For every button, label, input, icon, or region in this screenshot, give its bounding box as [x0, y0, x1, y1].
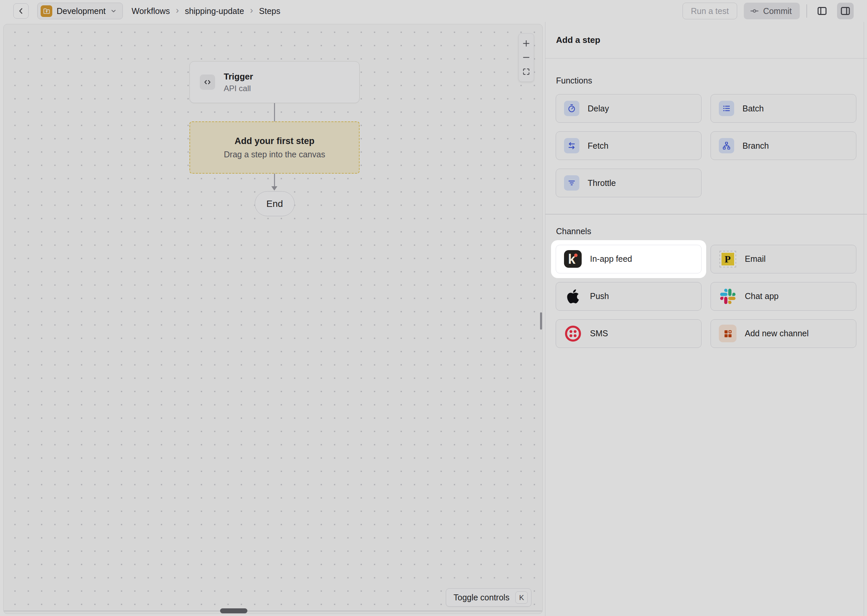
- function-card-label: Fetch: [588, 141, 608, 151]
- toggle-right-panel-button[interactable]: [837, 3, 854, 19]
- zoom-controls: [519, 33, 534, 82]
- horizontal-scrollbar-thumb[interactable]: [220, 608, 247, 613]
- twilio-logo-icon: [564, 325, 582, 342]
- channel-card-email[interactable]: P Email: [711, 245, 856, 273]
- function-card-label: Branch: [742, 141, 769, 151]
- add-grid-icon: [719, 325, 736, 342]
- commit-button[interactable]: Commit: [744, 3, 800, 19]
- code-icon: [200, 74, 215, 90]
- function-card-label: Throttle: [588, 178, 616, 188]
- channel-card-push[interactable]: Push: [556, 282, 701, 311]
- toolbar-divider: [806, 4, 807, 17]
- edge-connector: [274, 174, 275, 188]
- toggle-left-panel-button[interactable]: [814, 3, 831, 19]
- svg-text:k: k: [568, 252, 576, 266]
- funnel-icon: [564, 175, 579, 190]
- channel-card-label: Email: [745, 254, 766, 264]
- chevron-down-icon: [110, 7, 117, 15]
- function-card-throttle[interactable]: Throttle: [556, 169, 701, 197]
- git-commit-icon: [750, 6, 759, 16]
- channel-card-label: Chat app: [745, 291, 779, 301]
- functions-section-label: Functions: [545, 76, 867, 85]
- back-button[interactable]: [13, 3, 28, 19]
- channels-section-label: Channels: [545, 226, 867, 236]
- channel-card-chat-app[interactable]: Chat app: [711, 282, 856, 311]
- toggle-controls-label: Toggle controls: [454, 593, 509, 602]
- breadcrumb-workflow-name[interactable]: shipping-update: [185, 6, 244, 16]
- breadcrumb-separator: ›: [250, 5, 253, 16]
- functions-grid: Delay Batch Fetch Branch Throttle: [545, 85, 867, 197]
- chevron-left-icon: [17, 7, 25, 15]
- zoom-in-button[interactable]: [520, 36, 533, 50]
- channel-card-add-new[interactable]: Add new channel: [711, 319, 856, 348]
- hierarchy-icon: [719, 138, 734, 153]
- panel-title: Add a step: [556, 35, 600, 45]
- breadcrumb-steps[interactable]: Steps: [259, 6, 281, 16]
- edge-arrowhead-icon: [271, 186, 277, 190]
- swap-arrows-icon: [564, 138, 579, 153]
- keyboard-shortcut-badge: K: [515, 591, 528, 604]
- spotlight-highlight: k In-app feed: [556, 245, 701, 273]
- panel-scrollbar-gutter: [864, 22, 864, 616]
- channel-card-label: Push: [590, 291, 609, 301]
- toggle-controls-button[interactable]: Toggle controls K: [446, 588, 531, 607]
- fit-view-button[interactable]: [520, 65, 533, 79]
- panel-header: Add a step: [545, 22, 867, 58]
- function-card-fetch[interactable]: Fetch: [556, 131, 701, 160]
- top-bar-actions: Run a test Commit: [683, 3, 854, 19]
- function-card-delay[interactable]: Delay: [556, 94, 701, 123]
- trigger-node-title: Trigger: [224, 72, 253, 82]
- dropzone-title: Add your first step: [234, 136, 314, 146]
- channel-card-label: SMS: [590, 328, 608, 338]
- channel-card-label: Add new channel: [745, 328, 809, 338]
- slack-logo-icon: [719, 288, 736, 305]
- breadcrumb-separator: ›: [176, 5, 179, 16]
- panel-right-icon: [840, 5, 851, 17]
- list-icon: [719, 101, 734, 116]
- vertical-scrollbar-thumb[interactable]: [540, 312, 542, 330]
- workflow-canvas[interactable]: Trigger API call Add your first step Dra…: [3, 24, 543, 614]
- function-card-batch[interactable]: Batch: [711, 94, 856, 123]
- postmark-p-glyph: P: [722, 253, 734, 266]
- section-divider: [545, 214, 867, 215]
- environment-selector[interactable]: Development: [37, 3, 123, 19]
- function-card-label: Batch: [742, 104, 764, 113]
- zoom-out-button[interactable]: [520, 51, 533, 64]
- channel-card-sms[interactable]: SMS: [556, 319, 701, 348]
- breadcrumb: Workflows › shipping-update › Steps: [131, 6, 281, 16]
- apple-logo-icon: [564, 288, 582, 305]
- trigger-node[interactable]: Trigger API call: [189, 61, 359, 103]
- plus-icon: [522, 39, 531, 48]
- environment-folder-icon: [41, 5, 52, 17]
- stopwatch-icon: [564, 101, 579, 116]
- panel-left-icon: [817, 5, 828, 17]
- end-node[interactable]: End: [255, 191, 295, 216]
- channels-grid: k In-app feed P Email Push Chat app: [545, 236, 867, 348]
- channel-card-label: In-app feed: [590, 254, 632, 264]
- add-step-panel: Add a step Functions Delay Batch Fetch: [545, 22, 867, 616]
- edge-connector: [274, 103, 275, 121]
- function-card-label: Delay: [588, 104, 609, 113]
- top-bar: Development Workflows › shipping-update …: [0, 0, 867, 22]
- minus-icon: [522, 53, 531, 62]
- maximize-icon: [522, 68, 530, 76]
- horizontal-scrollbar-track: [4, 611, 542, 611]
- dropzone-subtitle: Drag a step into the canvas: [224, 150, 325, 159]
- run-test-button[interactable]: Run a test: [683, 3, 737, 19]
- breadcrumb-workflows[interactable]: Workflows: [131, 6, 170, 16]
- channel-card-in-app-feed[interactable]: k In-app feed: [556, 245, 701, 273]
- add-first-step-dropzone[interactable]: Add your first step Drag a step into the…: [189, 121, 359, 174]
- trigger-node-subtitle: API call: [224, 84, 253, 93]
- postmark-logo-icon: P: [719, 250, 736, 268]
- commit-button-label: Commit: [763, 6, 792, 16]
- environment-label: Development: [57, 6, 106, 16]
- knock-logo-icon: k: [564, 250, 582, 268]
- function-card-branch[interactable]: Branch: [711, 131, 856, 160]
